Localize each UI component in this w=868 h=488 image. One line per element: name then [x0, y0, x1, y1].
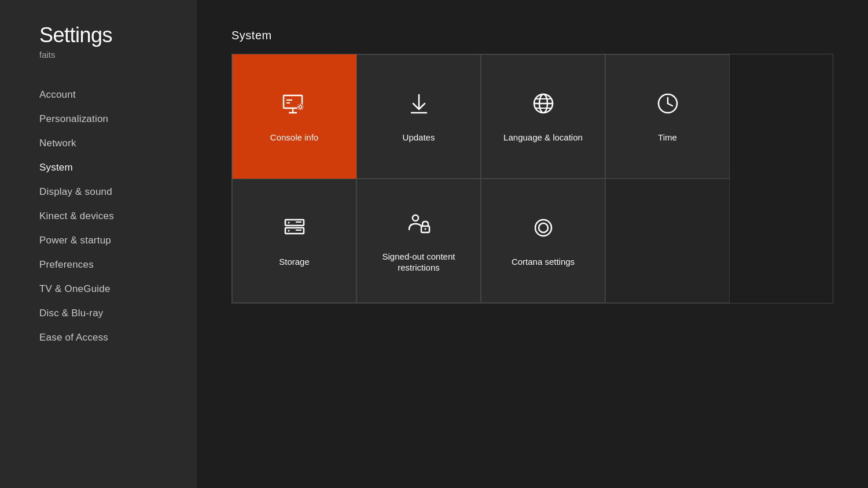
grid-item-console-info[interactable]: Console info [232, 54, 356, 179]
grid-item-signed-out-content[interactable]: Signed-out content restrictions [356, 179, 481, 303]
grid-item-time[interactable]: Time [605, 54, 730, 179]
grid-item-language-location[interactable]: Language & location [481, 54, 605, 179]
sidebar-item-power-startup[interactable]: Power & startup [39, 228, 197, 253]
sidebar-item-kinect-devices[interactable]: Kinect & devices [39, 204, 197, 228]
svg-point-29 [288, 222, 289, 224]
sidebar-nav: Account Personalization Network System D… [39, 83, 197, 350]
grid-item-cortana-settings[interactable]: Cortana settings [481, 179, 605, 303]
svg-line-11 [298, 105, 299, 105]
app-subtitle: faits [39, 50, 197, 60]
globe-icon [529, 90, 557, 121]
console-icon [281, 90, 308, 121]
svg-line-12 [301, 109, 302, 109]
sidebar-item-preferences[interactable]: Preferences [39, 253, 197, 277]
sidebar-item-account[interactable]: Account [39, 83, 197, 107]
users-lock-icon [405, 209, 433, 241]
sidebar-item-system[interactable]: System [39, 156, 197, 180]
grid-item-storage-label: Storage [273, 256, 315, 268]
sidebar-item-ease-of-access[interactable]: Ease of Access [39, 326, 197, 350]
svg-line-24 [668, 103, 672, 106]
system-grid: Console info Updates [231, 54, 833, 304]
svg-line-13 [301, 105, 302, 105]
storage-icon [281, 214, 308, 246]
app-title: Settings [39, 23, 197, 47]
download-icon [405, 90, 433, 121]
clock-icon [654, 90, 682, 121]
sidebar-item-display-sound[interactable]: Display & sound [39, 180, 197, 204]
grid-item-updates-label: Updates [397, 132, 441, 143]
main-content: System [197, 0, 868, 488]
sidebar-item-tv-oneguide[interactable]: TV & OneGuide [39, 277, 197, 301]
sidebar-item-disc-bluray[interactable]: Disc & Blu-ray [39, 301, 197, 326]
grid-item-time-label: Time [652, 132, 683, 143]
grid-item-storage[interactable]: Storage [232, 179, 356, 303]
sidebar: Settings faits Account Personalization N… [0, 0, 197, 488]
svg-point-33 [424, 228, 426, 230]
svg-point-30 [288, 230, 289, 232]
section-title: System [231, 29, 833, 42]
sidebar-item-network[interactable]: Network [39, 131, 197, 156]
sidebar-item-personalization[interactable]: Personalization [39, 107, 197, 131]
grid-item-console-info-label: Console info [264, 132, 324, 143]
svg-point-35 [539, 223, 548, 232]
grid-item-language-location-label: Language & location [498, 132, 589, 143]
grid-item-updates[interactable]: Updates [356, 54, 481, 179]
svg-point-34 [535, 220, 551, 236]
svg-point-31 [413, 215, 418, 221]
cortana-icon [529, 214, 557, 246]
svg-line-14 [298, 109, 299, 109]
grid-item-cortana-settings-label: Cortana settings [506, 256, 580, 268]
grid-item-signed-out-content-label: Signed-out content restrictions [357, 251, 480, 273]
grid-item-empty [605, 179, 730, 303]
